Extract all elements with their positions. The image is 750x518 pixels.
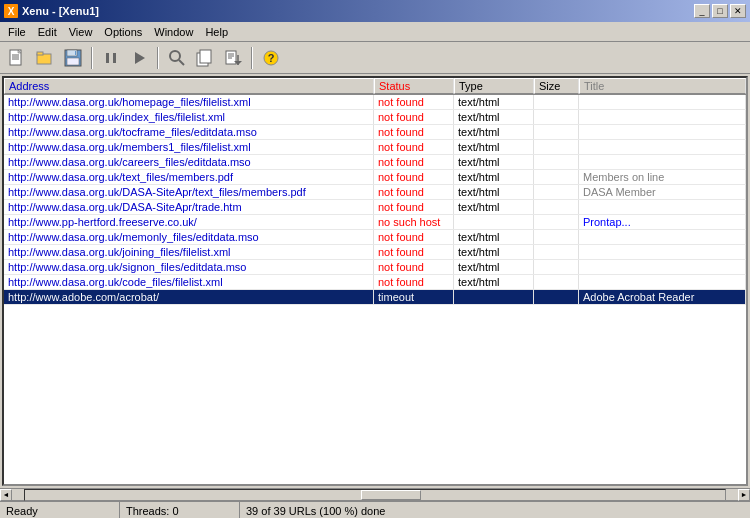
save-button[interactable] <box>60 45 86 71</box>
cell-status: not found <box>374 275 454 289</box>
table-row[interactable]: http://www.pp-hertford.freeserve.co.uk/n… <box>4 215 746 230</box>
cell-size <box>534 170 579 184</box>
cell-address[interactable]: http://www.dasa.org.uk/members1_files/fi… <box>4 140 374 154</box>
table-row[interactable]: http://www.dasa.org.uk/tocframe_files/ed… <box>4 125 746 140</box>
cell-size <box>534 245 579 259</box>
cell-type: text/html <box>454 110 534 124</box>
cell-title <box>579 275 746 289</box>
open-button[interactable] <box>32 45 58 71</box>
cell-address[interactable]: http://www.dasa.org.uk/homepage_files/fi… <box>4 95 374 109</box>
minimize-button[interactable]: _ <box>694 4 710 18</box>
svg-rect-13 <box>106 53 109 63</box>
col-size[interactable]: Size <box>534 78 579 94</box>
cell-type: text/html <box>454 155 534 169</box>
svg-point-16 <box>170 51 180 61</box>
cell-address[interactable]: http://www.dasa.org.uk/joining_files/fil… <box>4 245 374 259</box>
new-button[interactable] <box>4 45 30 71</box>
cell-title <box>579 140 746 154</box>
maximize-button[interactable]: □ <box>712 4 728 18</box>
table-row[interactable]: http://www.dasa.org.uk/joining_files/fil… <box>4 245 746 260</box>
menu-options[interactable]: Options <box>98 24 148 40</box>
table-row[interactable]: http://www.dasa.org.uk/DASA-SiteApr/text… <box>4 185 746 200</box>
cell-type: text/html <box>454 125 534 139</box>
table-row[interactable]: http://www.dasa.org.uk/signon_files/edit… <box>4 260 746 275</box>
cell-address[interactable]: http://www.dasa.org.uk/careers_files/edi… <box>4 155 374 169</box>
table-row[interactable]: http://www.dasa.org.uk/index_files/filel… <box>4 110 746 125</box>
cell-address[interactable]: http://www.dasa.org.uk/text_files/member… <box>4 170 374 184</box>
cell-address[interactable]: http://www.dasa.org.uk/index_files/filel… <box>4 110 374 124</box>
cell-address[interactable]: http://www.pp-hertford.freeserve.co.uk/ <box>4 215 374 229</box>
help-button[interactable]: ? <box>258 45 284 71</box>
col-title[interactable]: Title <box>579 78 746 94</box>
window-controls[interactable]: _ □ ✕ <box>694 4 746 18</box>
scroll-right-button[interactable]: ► <box>738 489 750 501</box>
scrollbar-track[interactable] <box>24 489 726 501</box>
app-icon: X <box>4 4 18 18</box>
table-row[interactable]: http://www.dasa.org.uk/DASA-SiteApr/trad… <box>4 200 746 215</box>
cell-size <box>534 215 579 229</box>
cell-size <box>534 155 579 169</box>
menu-edit[interactable]: Edit <box>32 24 63 40</box>
col-address[interactable]: Address <box>4 78 374 94</box>
cell-title: Prontap... <box>579 215 746 229</box>
find-button[interactable] <box>164 45 190 71</box>
toolbar-separator-3 <box>251 47 253 69</box>
cell-address[interactable]: http://www.dasa.org.uk/signon_files/edit… <box>4 260 374 274</box>
svg-text:X: X <box>8 6 15 17</box>
cell-address[interactable]: http://www.dasa.org.uk/tocframe_files/ed… <box>4 125 374 139</box>
cell-status: not found <box>374 245 454 259</box>
menu-window[interactable]: Window <box>148 24 199 40</box>
cell-size <box>534 200 579 214</box>
table-body[interactable]: http://www.dasa.org.uk/homepage_files/fi… <box>4 95 746 484</box>
table-row[interactable]: http://www.dasa.org.uk/careers_files/edi… <box>4 155 746 170</box>
cell-type: text/html <box>454 170 534 184</box>
play-button[interactable] <box>126 45 152 71</box>
cell-status: no such host <box>374 215 454 229</box>
svg-rect-12 <box>75 51 76 55</box>
title-bar-left: X Xenu - [Xenu1] <box>4 4 99 18</box>
cell-size <box>534 110 579 124</box>
cell-status: not found <box>374 125 454 139</box>
table-row[interactable]: http://www.dasa.org.uk/text_files/member… <box>4 170 746 185</box>
table-row[interactable]: http://www.adobe.com/acrobat/timeoutAdob… <box>4 290 746 305</box>
cell-address[interactable]: http://www.dasa.org.uk/memonly_files/edi… <box>4 230 374 244</box>
horizontal-scrollbar[interactable]: ◄ ► <box>0 488 750 500</box>
cell-status: not found <box>374 95 454 109</box>
toolbar: ? <box>0 42 750 74</box>
table-row[interactable]: http://www.dasa.org.uk/memonly_files/edi… <box>4 230 746 245</box>
cell-address[interactable]: http://www.adobe.com/acrobat/ <box>4 290 374 304</box>
col-status[interactable]: Status <box>374 78 454 94</box>
table-row[interactable]: http://www.dasa.org.uk/code_files/fileli… <box>4 275 746 290</box>
svg-rect-19 <box>200 50 211 63</box>
scroll-left-button[interactable]: ◄ <box>0 489 12 501</box>
export-button[interactable] <box>220 45 246 71</box>
cell-size <box>534 260 579 274</box>
cell-address[interactable]: http://www.dasa.org.uk/DASA-SiteApr/text… <box>4 185 374 199</box>
cell-address[interactable]: http://www.dasa.org.uk/code_files/fileli… <box>4 275 374 289</box>
pause-button[interactable] <box>98 45 124 71</box>
svg-line-17 <box>179 60 184 65</box>
copy-button[interactable] <box>192 45 218 71</box>
status-count: 39 of 39 URLs (100 %) done <box>240 501 750 518</box>
cell-status: not found <box>374 185 454 199</box>
status-ready: Ready <box>0 501 120 518</box>
cell-status: timeout <box>374 290 454 304</box>
close-button[interactable]: ✕ <box>730 4 746 18</box>
cell-title: Adobe Acrobat Reader <box>579 290 746 304</box>
cell-status: not found <box>374 230 454 244</box>
menu-file[interactable]: File <box>2 24 32 40</box>
cell-type <box>454 215 534 229</box>
scrollbar-thumb[interactable] <box>361 490 421 500</box>
cell-address[interactable]: http://www.dasa.org.uk/DASA-SiteApr/trad… <box>4 200 374 214</box>
cell-type: text/html <box>454 275 534 289</box>
cell-title: Members on line <box>579 170 746 184</box>
cell-type: text/html <box>454 185 534 199</box>
table-row[interactable]: http://www.dasa.org.uk/members1_files/fi… <box>4 140 746 155</box>
menu-view[interactable]: View <box>63 24 99 40</box>
cell-type: text/html <box>454 260 534 274</box>
table-row[interactable]: http://www.dasa.org.uk/homepage_files/fi… <box>4 95 746 110</box>
col-type[interactable]: Type <box>454 78 534 94</box>
cell-title <box>579 230 746 244</box>
cell-size <box>534 185 579 199</box>
menu-help[interactable]: Help <box>199 24 234 40</box>
